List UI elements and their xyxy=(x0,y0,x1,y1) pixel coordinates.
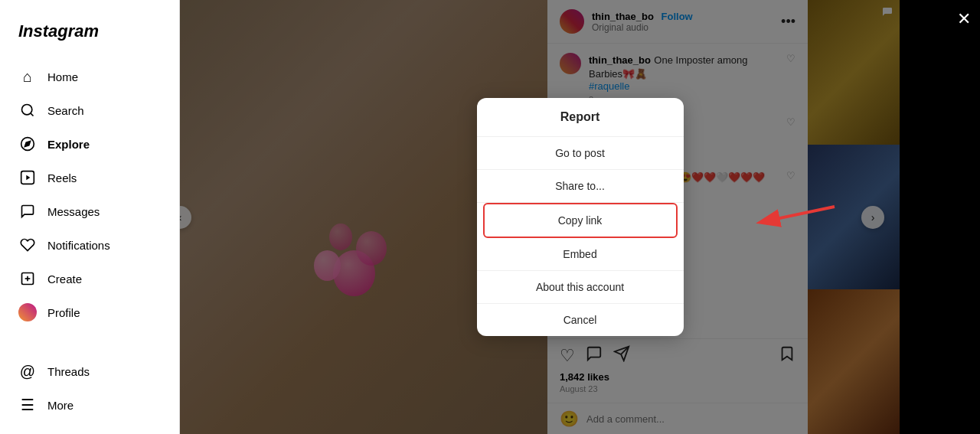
embed-button[interactable]: Embed xyxy=(477,238,684,271)
sidebar-item-profile[interactable]: Profile xyxy=(9,295,170,329)
sidebar-item-label: Explore xyxy=(47,138,90,151)
about-account-button[interactable]: About this account xyxy=(477,271,684,304)
arrow-indicator xyxy=(754,199,838,237)
cancel-button[interactable]: Cancel xyxy=(477,304,684,336)
sidebar-item-label: Messages xyxy=(47,205,100,218)
profile-avatar-icon xyxy=(18,303,37,321)
sidebar-item-messages[interactable]: Messages xyxy=(9,194,170,228)
svg-point-0 xyxy=(22,105,32,115)
sidebar: Instagram ⌂ Home Search Explore Reels Me… xyxy=(0,0,180,434)
sidebar-item-home[interactable]: ⌂ Home xyxy=(9,60,170,93)
instagram-logo: Instagram xyxy=(9,12,170,60)
share-to-button[interactable]: Share to... xyxy=(477,170,684,203)
sidebar-item-reels[interactable]: Reels xyxy=(9,161,170,194)
notifications-icon xyxy=(18,236,37,254)
explore-icon xyxy=(18,135,37,153)
reels-icon xyxy=(18,168,37,187)
sidebar-item-label: More xyxy=(47,399,74,412)
sidebar-item-label: Profile xyxy=(47,306,80,319)
modal-title: Report xyxy=(477,98,684,137)
sidebar-item-more[interactable]: ☰ More xyxy=(9,388,170,422)
svg-line-1 xyxy=(31,113,34,116)
create-icon xyxy=(18,269,37,288)
messages-icon xyxy=(18,202,37,220)
sidebar-item-notifications[interactable]: Notifications xyxy=(9,228,170,262)
sidebar-item-label: Search xyxy=(47,104,84,117)
sidebar-item-create[interactable]: Create xyxy=(9,262,170,295)
report-modal: Report Go to post Share to... Copy link … xyxy=(477,98,684,336)
home-icon: ⌂ xyxy=(18,67,37,86)
svg-line-12 xyxy=(762,207,835,222)
sidebar-item-explore[interactable]: Explore xyxy=(9,127,170,161)
sidebar-item-label: Threads xyxy=(47,365,90,378)
search-icon xyxy=(18,101,37,119)
go-to-post-button[interactable]: Go to post xyxy=(477,137,684,170)
sidebar-item-label: Reels xyxy=(47,171,77,184)
sidebar-item-label: Notifications xyxy=(47,239,110,252)
close-button[interactable]: ✕ xyxy=(957,9,971,29)
more-icon: ☰ xyxy=(18,396,37,414)
sidebar-item-threads[interactable]: @ Threads xyxy=(9,354,170,388)
sidebar-item-label: Home xyxy=(47,70,78,83)
close-icon: ✕ xyxy=(957,9,971,28)
sidebar-item-label: Create xyxy=(47,272,82,286)
svg-marker-3 xyxy=(24,141,30,146)
sidebar-item-search[interactable]: Search xyxy=(9,93,170,127)
threads-icon: @ xyxy=(18,362,37,380)
copy-link-button[interactable]: Copy link xyxy=(483,203,678,238)
main-content: ‹ thin_thae_bo Follow Original audio •••… xyxy=(180,0,980,434)
svg-marker-5 xyxy=(26,175,30,181)
modal-overlay: Report Go to post Share to... Copy link … xyxy=(180,0,980,434)
